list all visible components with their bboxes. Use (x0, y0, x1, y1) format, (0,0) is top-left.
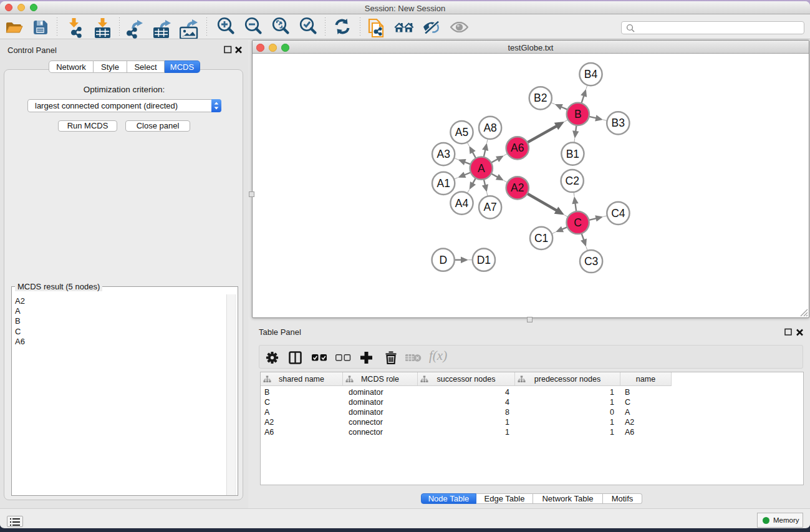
svg-text:B: B (574, 108, 582, 120)
svg-text:C1: C1 (534, 232, 548, 244)
svg-text:B2: B2 (534, 92, 547, 104)
svg-text:A8: A8 (483, 122, 496, 134)
svg-text:A4: A4 (455, 197, 469, 210)
svg-text:A6: A6 (511, 142, 524, 154)
svg-text:C2: C2 (566, 175, 579, 187)
svg-text:B3: B3 (612, 117, 625, 129)
svg-text:A3: A3 (436, 148, 450, 160)
svg-text:D1: D1 (477, 254, 491, 266)
svg-text:A2: A2 (511, 181, 524, 194)
svg-text:C4: C4 (611, 207, 625, 220)
svg-text:A5: A5 (455, 126, 468, 138)
svg-text:A1: A1 (436, 177, 450, 190)
svg-text:B1: B1 (566, 148, 579, 160)
svg-text:D: D (439, 254, 447, 266)
svg-text:C3: C3 (584, 255, 598, 268)
svg-text:A7: A7 (483, 201, 496, 213)
svg-text:B4: B4 (584, 68, 598, 80)
svg-text:C: C (574, 216, 582, 229)
svg-text:A: A (478, 162, 485, 175)
